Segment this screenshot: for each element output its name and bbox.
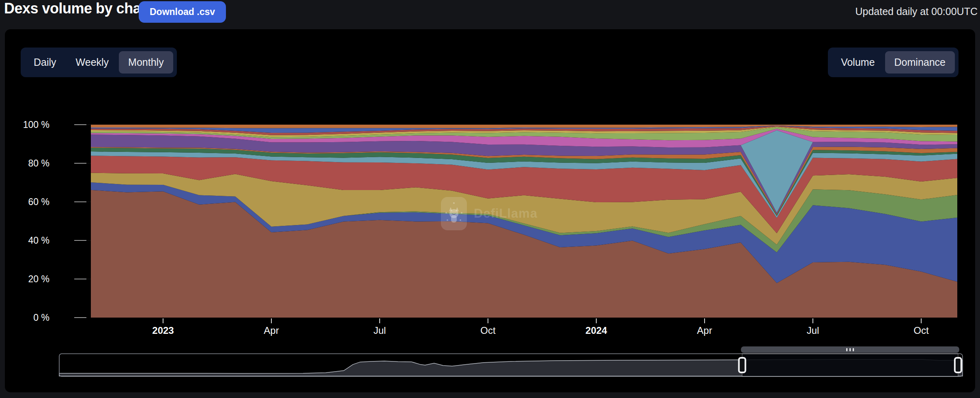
y-axis-label: 80 %: [12, 158, 49, 169]
brush-selection-window[interactable]: [742, 354, 958, 376]
x-axis-label: Apr: [680, 325, 729, 336]
tab-dominance[interactable]: Dominance: [885, 51, 955, 74]
y-axis-label: 100 %: [12, 119, 49, 130]
page: Dexs volume by chain Download .csv Updat…: [0, 0, 980, 398]
y-axis-label: 40 %: [12, 235, 49, 246]
page-title: Dexs volume by chain: [4, 0, 153, 17]
x-axis-label: 2024: [572, 325, 621, 336]
y-axis-label: 60 %: [12, 197, 49, 208]
period-tabs: DailyWeeklyMonthly: [21, 48, 177, 77]
brush-left-handle[interactable]: [739, 358, 746, 372]
tab-volume[interactable]: Volume: [832, 51, 884, 74]
brush-grip-icon: [849, 348, 851, 351]
tab-weekly[interactable]: Weekly: [67, 51, 118, 74]
brush-grip-icon: [853, 348, 854, 351]
y-axis-label: 0 %: [12, 312, 49, 323]
updated-note: Updated daily at 00:00UTC: [855, 6, 978, 17]
x-axis-label: Oct: [897, 325, 946, 336]
x-axis-label: 2023: [139, 325, 187, 336]
brush-right-handle[interactable]: [955, 358, 961, 372]
tab-daily[interactable]: Daily: [24, 51, 66, 74]
x-axis-label: Oct: [464, 325, 512, 336]
tab-monthly[interactable]: Monthly: [119, 51, 173, 74]
top-bar: Dexs volume by chain Download .csv Updat…: [0, 0, 980, 26]
mode-tabs: VolumeDominance: [828, 48, 959, 77]
download-csv-button[interactable]: Download .csv: [139, 1, 226, 23]
x-axis-label: Jul: [355, 325, 404, 336]
brush-grip-icon: [846, 348, 847, 351]
y-axis-label: 20 %: [12, 274, 49, 285]
x-axis-label: Apr: [247, 325, 296, 336]
x-axis-label: Jul: [789, 325, 837, 336]
chart-panel: DailyWeeklyMonthly VolumeDominance: [5, 29, 975, 392]
